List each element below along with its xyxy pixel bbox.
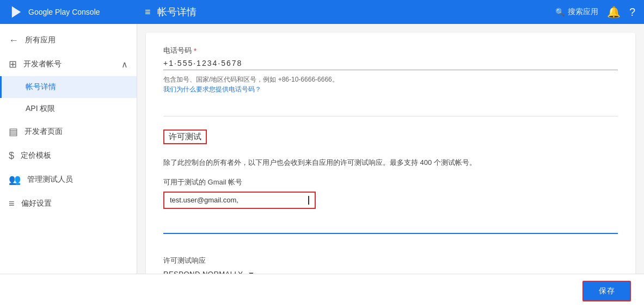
account-details-label: 帐号详情: [26, 82, 56, 92]
response-select[interactable]: RESPOND NORMALLY ▼: [163, 270, 618, 274]
license-section-title: 许可测试: [163, 130, 207, 144]
sidebar-sub-item-account-details[interactable]: 帐号详情: [0, 76, 137, 98]
license-section-desc: 除了此控制台的所有者外，以下用户也会收到来自应用的许可测试响应。最多支持 400…: [163, 157, 618, 169]
phone-hint: 包含加号、国家/地区代码和区号，例如 +86-10-6666-6666。 我们为…: [163, 75, 618, 94]
content-area: 电话号码 * +1·555·1234·5678 包含加号、国家/地区代码和区号，…: [137, 24, 644, 274]
sidebar-developer-account-section: ⊞ 开发者帐号 ∧ 帐号详情 API 权限: [0, 52, 137, 120]
api-permissions-label: API 权限: [26, 104, 55, 114]
developer-account-label: 开发者帐号: [23, 59, 115, 69]
notification-icon[interactable]: 🔔: [607, 5, 621, 19]
main-layout: ← 所有应用 ⊞ 开发者帐号 ∧ 帐号详情 API 权限 ▤ 开发者页面 $ 定: [0, 24, 644, 274]
search-icon: 🔍: [555, 8, 565, 16]
phone-why-link[interactable]: 我们为什么要求您提供电话号码？: [163, 85, 261, 93]
text-cursor: [308, 196, 309, 205]
page-title: 帐号详情: [157, 5, 197, 19]
expand-arrow-icon: ∧: [121, 59, 128, 70]
logo-area: Google Play Console: [9, 4, 145, 20]
developer-pages-icon: ▤: [9, 126, 18, 138]
response-label: 许可测试响应: [163, 256, 618, 266]
bottom-bar: 保存: [0, 274, 644, 308]
developer-account-icon: ⊞: [9, 58, 17, 70]
testers-icon: 👥: [9, 174, 21, 186]
developer-pages-label: 开发者页面: [24, 127, 128, 137]
gmail-label: 可用于测试的 Gmail 帐号: [163, 177, 618, 187]
search-area[interactable]: 🔍 搜索应用: [555, 7, 598, 17]
sidebar: ← 所有应用 ⊞ 开发者帐号 ∧ 帐号详情 API 权限 ▤ 开发者页面 $ 定: [0, 24, 137, 274]
sidebar-sub-item-api-permissions[interactable]: API 权限: [0, 98, 137, 120]
sidebar-item-developer-account[interactable]: ⊞ 开发者帐号 ∧: [0, 52, 137, 76]
response-dropdown-arrow[interactable]: ▼: [247, 270, 255, 274]
phone-section: 电话号码 * +1·555·1234·5678 包含加号、国家/地区代码和区号，…: [163, 46, 618, 116]
header-right: 🔍 搜索应用 🔔 ?: [555, 5, 635, 19]
content-inner: 电话号码 * +1·555·1234·5678 包含加号、国家/地区代码和区号，…: [146, 33, 635, 274]
license-test-section: 许可测试 除了此控制台的所有者外，以下用户也会收到来自应用的许可测试响应。最多支…: [163, 130, 618, 274]
svg-marker-0: [12, 7, 21, 18]
sidebar-item-preferences[interactable]: ≡ 偏好设置: [0, 192, 137, 215]
sidebar-item-manage-testers[interactable]: 👥 管理测试人员: [0, 168, 137, 192]
menu-icon[interactable]: ≡: [145, 7, 151, 18]
pricing-label: 定价模板: [21, 151, 128, 161]
response-select-value: RESPOND NORMALLY: [163, 270, 243, 274]
back-arrow-icon: ←: [9, 35, 19, 46]
search-label: 搜索应用: [568, 7, 598, 17]
phone-value: +1·555·1234·5678: [163, 59, 242, 67]
required-indicator: *: [194, 47, 197, 55]
gmail-input-container[interactable]: test.user@gmail.com,: [163, 192, 316, 209]
gmail-input-value: test.user@gmail.com,: [170, 196, 308, 204]
additional-email-input[interactable]: [163, 218, 618, 234]
google-play-logo-icon: [9, 4, 24, 20]
phone-label: 电话号码 *: [163, 46, 618, 56]
license-section-title-wrapper: 许可测试: [163, 130, 618, 151]
preferences-label: 偏好设置: [21, 199, 128, 208]
sidebar-item-all-apps[interactable]: ← 所有应用: [0, 28, 137, 52]
preferences-icon: ≡: [9, 198, 15, 210]
help-icon[interactable]: ?: [629, 6, 635, 19]
pricing-icon: $: [9, 150, 14, 162]
header-middle: ≡ 帐号详情: [145, 5, 555, 19]
all-apps-label: 所有应用: [25, 35, 128, 45]
sidebar-item-pricing-templates[interactable]: $ 定价模板: [0, 144, 137, 168]
sidebar-item-developer-pages[interactable]: ▤ 开发者页面: [0, 120, 137, 144]
save-button[interactable]: 保存: [582, 281, 631, 301]
logo-text: Google Play Console: [28, 8, 100, 16]
phone-input-container: +1·555·1234·5678: [163, 59, 618, 70]
testers-label: 管理测试人员: [27, 175, 128, 184]
phone-field: 电话号码 * +1·555·1234·5678 包含加号、国家/地区代码和区号，…: [163, 46, 618, 94]
top-header: Google Play Console ≡ 帐号详情 🔍 搜索应用 🔔 ?: [0, 0, 644, 24]
